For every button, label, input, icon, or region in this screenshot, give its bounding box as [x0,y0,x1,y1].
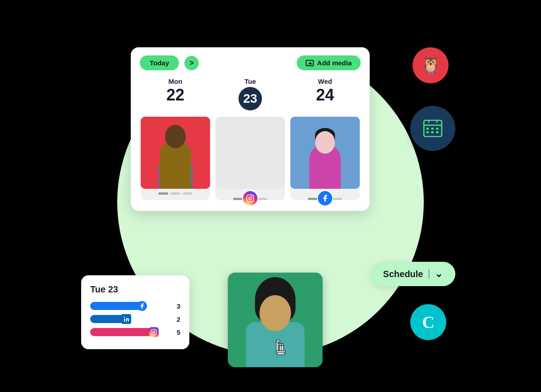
svg-rect-7 [282,344,284,346]
day-wednesday: Wed 24 [288,77,362,115]
linkedin-icon-bar [121,314,131,324]
schedule-label: Schedule [383,269,423,279]
instagram-bar-container [90,328,169,336]
svg-rect-26 [436,131,438,133]
dot [308,198,318,200]
svg-point-16 [155,330,156,331]
facebook-count: 3 [172,302,180,310]
calendar-day-headers: Mon 22 Tue 23 Wed 24 [131,77,370,115]
head-green [260,295,291,331]
instagram-bar [90,328,157,336]
facebook-bar [90,302,145,310]
dot [257,198,267,200]
canva-logo: C [410,304,446,340]
svg-rect-22 [431,128,433,130]
dot [233,198,243,200]
add-media-label: Add media [317,59,352,67]
facebook-badge [317,190,333,206]
calendar-feature-circle [410,106,455,151]
head-red [165,125,186,148]
day-tuesday: Tue 23 [213,77,288,115]
scene: Today > Add media Mon 22 Tue 23 Wed [68,16,473,376]
schedule-divider [429,269,430,279]
hootsuite-logo: 🦉 [413,47,449,83]
svg-point-2 [252,196,252,196]
schedule-button[interactable]: Schedule ⌄ [371,262,455,286]
svg-rect-12 [124,318,125,321]
day-name-wed: Wed [318,77,332,85]
stats-title: Tue 23 [90,284,180,295]
day-number-22: 22 [166,87,184,103]
stats-row-linkedin: 2 [90,315,180,323]
dot [170,192,180,195]
day-monday: Mon 22 [138,77,213,115]
instagram-icon-bar [149,327,159,337]
calendar-grid-icon [421,116,445,141]
svg-point-15 [153,331,155,333]
facebook-icon-bar [137,301,147,311]
image-icon [306,60,314,66]
linkedin-count: 2 [172,315,180,323]
photo-art-red [141,117,210,189]
svg-rect-3 [276,340,280,342]
svg-rect-24 [426,131,429,133]
svg-rect-6 [280,344,282,346]
svg-rect-9 [282,346,284,351]
day-name-mon: Mon [169,77,183,85]
dot [332,198,342,200]
photo-cell-mon [141,117,210,200]
calendar-card: Today > Add media Mon 22 Tue 23 Wed [131,47,370,211]
stats-card: Tue 23 3 [81,275,189,349]
svg-rect-11 [277,353,284,355]
photo-mon [141,117,210,189]
today-button[interactable]: Today [140,55,179,70]
svg-rect-10 [276,351,285,353]
head-blue [315,131,335,154]
photo-wed [290,117,360,189]
svg-point-13 [124,317,125,318]
svg-rect-14 [151,329,156,335]
stats-row-instagram: 5 [90,328,180,336]
day-name-tue: Tue [244,77,256,85]
instagram-badge [242,190,258,206]
instagram-count: 5 [172,328,180,336]
calendar-photo-row [131,115,370,202]
photo-cell-wed [290,117,360,200]
svg-rect-4 [276,342,278,351]
svg-point-0 [249,197,252,200]
next-button[interactable]: > [184,56,199,70]
owl-icon: 🦉 [421,56,441,75]
svg-rect-25 [431,131,433,133]
svg-rect-8 [280,346,282,351]
photo-cell-tue [215,117,285,200]
facebook-bar-container [90,302,169,310]
dot [183,192,193,195]
linkedin-bar [90,315,129,323]
day-number-24: 24 [316,87,334,103]
canva-letter: C [422,312,434,332]
day-number-23: 23 [238,87,262,110]
photo-dots-mon [141,192,210,195]
svg-rect-5 [278,344,280,346]
add-media-button[interactable]: Add media [297,55,361,70]
stats-row-facebook: 3 [90,302,180,310]
calendar-toolbar: Today > Add media [131,47,370,77]
linkedin-bar-container [90,315,169,323]
chevron-down-icon: ⌄ [435,268,443,280]
dot [158,192,168,195]
photo-art-blue [290,117,360,189]
cursor-icon [275,338,294,363]
svg-rect-21 [426,128,429,130]
photo-tue-empty [215,117,285,189]
svg-rect-23 [436,128,438,130]
